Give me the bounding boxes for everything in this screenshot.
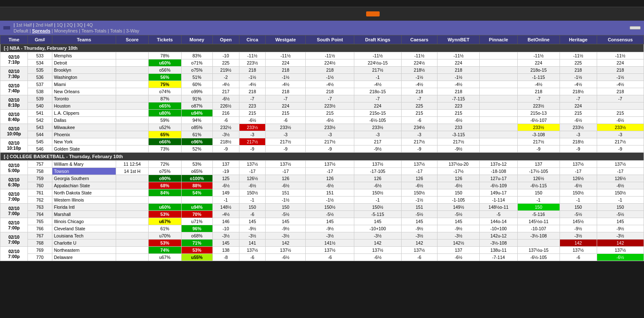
south-point: -3½ (306, 232, 354, 240)
westgate: 137½ (266, 161, 306, 168)
wynnbet: -17½ (437, 168, 480, 175)
link-3q[interactable]: 3Q (77, 22, 83, 27)
score (116, 204, 149, 211)
westgate: 126 (266, 175, 306, 182)
open: 137 (212, 161, 239, 168)
ticket-pct: 84% (148, 189, 181, 197)
south-point: -9½ (306, 225, 354, 232)
heritage: 218½ (560, 88, 597, 95)
consensus: 218 (597, 67, 644, 74)
betonline: -3½-108 (517, 232, 560, 240)
betonline: -9 (517, 146, 560, 153)
pinnacle: 138u-11 (480, 247, 518, 254)
westgate: 224 (266, 59, 306, 67)
game-number: 539 (28, 95, 52, 102)
wynnbet: -9½ (437, 225, 480, 232)
game-number: 767 (28, 232, 52, 240)
team-name: Northeastern (52, 247, 116, 254)
wynnbet: -1-105 (437, 197, 480, 204)
link-totals[interactable]: Totals (110, 28, 122, 33)
circa: 145 (239, 218, 265, 225)
pinnacle: 127u-17 (480, 175, 518, 182)
circa: 223 (239, 102, 265, 110)
circa: -3½ (239, 232, 265, 240)
link-1st-half[interactable]: 1st Half (16, 22, 32, 27)
link-3way[interactable]: 3-Way (126, 28, 139, 33)
wynnbet: -11½ (437, 52, 480, 59)
link-moneylines[interactable]: Moneylines (54, 28, 78, 33)
circa: 137½ (239, 161, 265, 168)
south-point: 218 (306, 67, 354, 74)
clear-button[interactable] (630, 26, 641, 30)
ticket-pct: u80% (148, 110, 181, 117)
header (0, 0, 644, 7)
south-point: 151 (306, 189, 354, 197)
score (116, 247, 149, 254)
link-2nd-half[interactable]: 2nd Half (35, 22, 53, 27)
ticket-pct: 68% (148, 182, 181, 189)
caesars: 218 (401, 88, 437, 95)
south-point: 217½ (306, 138, 354, 146)
time-cell: 02/108:40p (0, 110, 28, 124)
heritage: 218 (560, 67, 597, 74)
game-number: 538 (28, 88, 52, 95)
money-pct: 61% (181, 131, 212, 138)
ticket-pct: 61% (148, 225, 181, 232)
ticket-pct: u70% (148, 232, 181, 240)
ticket-pct: u67% (148, 254, 181, 261)
pinnacle: 137o-12 (480, 161, 518, 168)
circa: 137½ (239, 247, 265, 254)
draft-kings: 215o-15 (354, 110, 401, 117)
south-point: -7 (306, 95, 354, 102)
game-number: 546 (28, 146, 52, 153)
game-number: 765 (28, 218, 52, 225)
link-1q[interactable]: 1Q (57, 22, 63, 27)
south-point: 150½ (306, 204, 354, 211)
open: 225 (212, 59, 239, 67)
col-time: Time (0, 35, 28, 44)
game-number: 536 (28, 74, 52, 81)
link-spreads[interactable]: Spreads (32, 28, 50, 33)
ticket-pct: 53% (148, 211, 181, 218)
betonline: -3-108 (517, 131, 560, 138)
circa: -6½ (239, 182, 265, 189)
westgate: 218 (266, 67, 306, 74)
ticket-pct: o56% (148, 67, 181, 74)
betonline: -7 (517, 95, 560, 102)
table-header-row: Time Gm# Teams Score Tickets Money Open … (0, 35, 644, 44)
login-button[interactable] (366, 11, 380, 16)
col-circa: Circa (239, 35, 265, 44)
link-2q[interactable]: 2Q (67, 22, 73, 27)
ticket-pct: o74% (148, 88, 181, 95)
open: -3½ (212, 232, 239, 240)
wynnbet: 218 (437, 67, 480, 74)
consensus: -17 (597, 168, 644, 175)
south-point: -9 (306, 146, 354, 153)
link-4q[interactable]: 4Q (87, 22, 93, 27)
circa: 218 (239, 88, 265, 95)
game-number: 768 (28, 240, 52, 247)
score (116, 254, 149, 261)
table-row: 766Cleveland State61%96%-10-9½-9½-9½-10+… (0, 225, 644, 232)
westgate: -6½ (266, 182, 306, 189)
heritage: 218½ (560, 138, 597, 146)
money-pct: u71% (181, 218, 212, 225)
pinnacle (480, 146, 518, 153)
link-team-totals[interactable]: Team-Totals (82, 28, 106, 33)
pinnacle: 149u-17 (480, 189, 518, 197)
open: 146 (212, 218, 239, 225)
score (116, 197, 149, 204)
south-point: 137½ (306, 247, 354, 254)
money-pct: o99% (181, 88, 212, 95)
south-point: -6 (306, 254, 354, 261)
ticket-pct: 78% (148, 52, 181, 59)
time-cell: 02/107:40p (0, 81, 28, 95)
open: 149 (212, 189, 239, 197)
westgate: 150 (266, 204, 306, 211)
consensus: -6½ (597, 182, 644, 189)
ticket-pct: 75% (148, 81, 181, 88)
westgate: 224 (266, 102, 306, 110)
table-row: 02/1010:00p543Milwaukeeu52%o85%232½233½2… (0, 124, 644, 131)
south-point: 215 (306, 110, 354, 117)
table-row: 768Charlotte U53%71%145141142141½1421421… (0, 240, 644, 247)
